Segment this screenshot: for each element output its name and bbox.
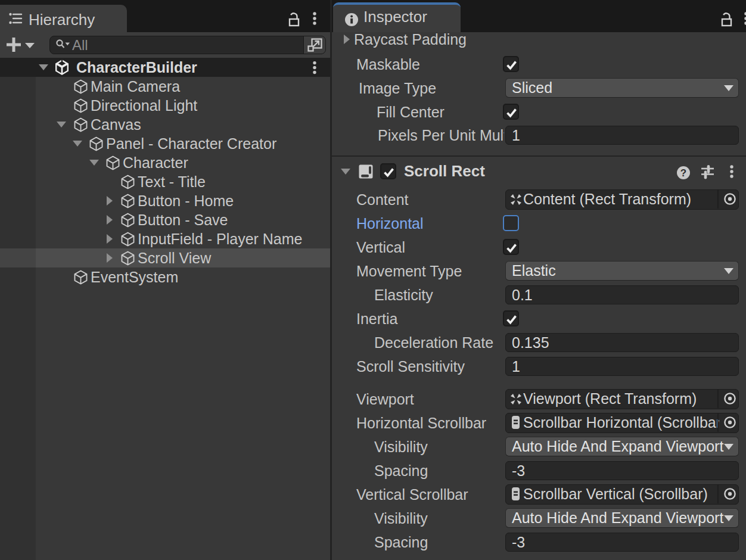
svg-text:?: ? (680, 167, 686, 179)
